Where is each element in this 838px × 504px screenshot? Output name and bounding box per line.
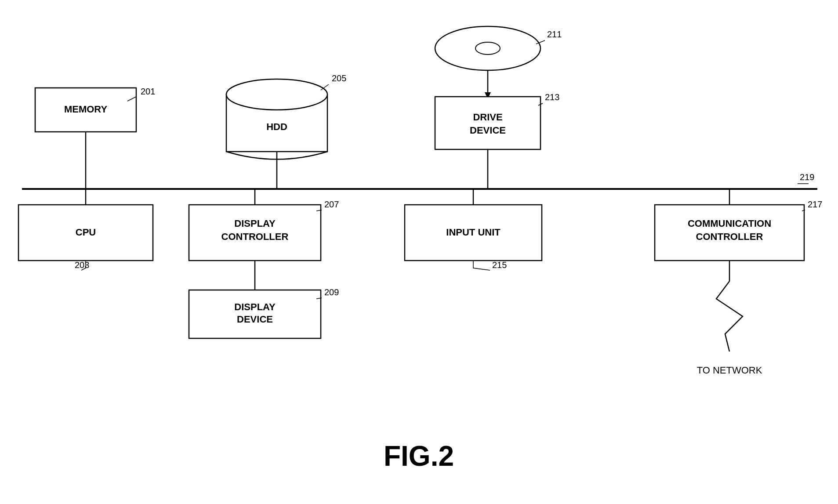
display-device-label1: DISPLAY (234, 301, 276, 312)
cpu-label: CPU (76, 227, 96, 238)
comm-controller-label2: CONTROLLER (696, 231, 763, 242)
display-controller-label2: CONTROLLER (221, 231, 289, 242)
figure-caption: FIG.2 (384, 440, 454, 472)
diagram-container: 219 MEMORY 201 CPU 203 HDD 205 (0, 0, 838, 504)
hdd-label: HDD (266, 121, 287, 132)
display-controller-label1: DISPLAY (234, 218, 276, 229)
ref-213: 213 (545, 92, 559, 102)
ref-205: 205 (332, 73, 346, 83)
memory-label: MEMORY (64, 104, 108, 115)
drive-device-label2: DEVICE (470, 125, 506, 136)
input-unit-label: INPUT UNIT (446, 227, 501, 238)
svg-point-7 (475, 42, 500, 54)
ref-217: 217 (808, 199, 822, 209)
ref-211: 211 (547, 29, 562, 39)
ref-207: 207 (324, 199, 339, 209)
display-device-label2: DEVICE (237, 314, 273, 325)
svg-point-3 (226, 79, 327, 110)
ref-201: 201 (141, 87, 155, 96)
ref-203: 203 (75, 260, 89, 270)
drive-device-label1: DRIVE (473, 112, 502, 123)
ref-219: 219 (800, 172, 814, 182)
ref-209: 209 (324, 287, 339, 297)
comm-controller-label1: COMMUNICATION (688, 218, 771, 229)
ref-215: 215 (492, 260, 507, 270)
network-label: TO NETWORK (697, 365, 762, 376)
drive-device-box (435, 97, 541, 149)
